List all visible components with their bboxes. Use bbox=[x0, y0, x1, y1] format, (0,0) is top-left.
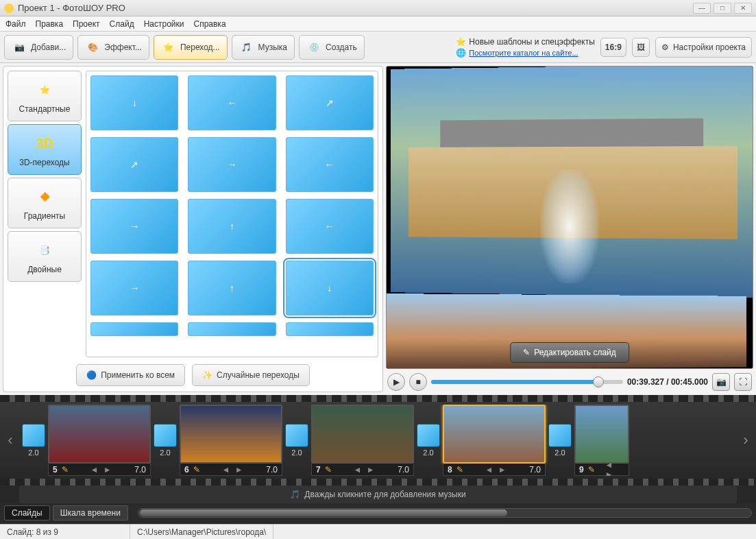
music-note-icon: 🎵 bbox=[290, 490, 300, 499]
menu-slide[interactable]: Слайд bbox=[110, 19, 134, 29]
category-double-label: Двойные bbox=[27, 265, 62, 274]
slide-duration: 7.0 bbox=[134, 465, 146, 475]
star-icon: ⭐ bbox=[161, 40, 176, 55]
transition-chip[interactable]: 2.0 bbox=[285, 424, 308, 457]
tab-transitions-label: Переход... bbox=[180, 43, 220, 52]
transition-chip[interactable]: 2.0 bbox=[548, 424, 572, 457]
tab-slides-view[interactable]: Слайды bbox=[4, 505, 50, 520]
minimize-button[interactable]: — bbox=[693, 3, 711, 14]
slide-card[interactable]: 7✎◄ ►7.0 bbox=[311, 405, 414, 476]
transition-thumb[interactable]: ↗ bbox=[90, 137, 178, 192]
tab-add[interactable]: 📷Добави... bbox=[4, 35, 73, 60]
transition-thumb[interactable]: ↓ bbox=[90, 75, 178, 130]
slide-card[interactable]: 6✎◄ ►7.0 bbox=[180, 405, 282, 476]
pencil-icon[interactable]: ✎ bbox=[62, 465, 69, 475]
statusbar: Слайд: 8 из 9 C:\Users\Manager\Pictures\… bbox=[0, 524, 756, 539]
transition-thumb[interactable]: → bbox=[90, 261, 178, 315]
transition-thumb[interactable] bbox=[188, 322, 276, 336]
transition-thumb[interactable]: ↑ bbox=[188, 261, 276, 315]
menu-edit[interactable]: Правка bbox=[36, 19, 64, 29]
transition-thumb[interactable]: → bbox=[90, 199, 178, 254]
edit-slide-button[interactable]: ✎Редактировать слайд bbox=[510, 342, 629, 363]
slide-nav-icons[interactable]: ◄ ► bbox=[599, 460, 620, 477]
preview-image-top bbox=[391, 66, 753, 298]
menu-help[interactable]: Справка bbox=[193, 19, 225, 29]
transition-chip[interactable]: 2.0 bbox=[22, 424, 45, 457]
random-transitions-button[interactable]: ✨Случайные переходы bbox=[192, 364, 310, 386]
pencil-icon[interactable]: ✎ bbox=[588, 465, 595, 475]
tab-effects[interactable]: 🎨Эффект... bbox=[77, 35, 149, 60]
apply-all-button[interactable]: 🔵Применить ко всем bbox=[76, 364, 185, 386]
transition-thumb[interactable]: → bbox=[188, 137, 276, 192]
tab-create[interactable]: 💿Создать bbox=[299, 35, 365, 60]
snapshot-button[interactable]: 📷 bbox=[712, 373, 730, 391]
transition-list[interactable]: ↓ ← ↗ ↗ → ← → ↑ ← → ↑ ↓ bbox=[86, 71, 378, 357]
slide-thumbnail bbox=[311, 405, 414, 464]
music-track[interactable]: 🎵Дважды кликните для добавления музыки bbox=[19, 486, 737, 503]
transition-chip[interactable]: 2.0 bbox=[154, 424, 177, 457]
background-button[interactable]: 🖼 bbox=[632, 38, 650, 57]
aspect-ratio-button[interactable]: 16:9 bbox=[600, 38, 626, 57]
transition-duration: 2.0 bbox=[423, 448, 433, 457]
transition-thumb-selected[interactable]: ↓ bbox=[286, 261, 374, 315]
transition-duration: 2.0 bbox=[28, 448, 38, 457]
music-icon: 🎵 bbox=[239, 40, 254, 55]
timeline-prev-button[interactable]: ‹ bbox=[3, 409, 18, 471]
transition-thumb[interactable] bbox=[286, 322, 374, 336]
category-gradients[interactable]: 🔶Градиенты bbox=[8, 178, 82, 228]
slide-nav-icons[interactable]: ◄ ► bbox=[336, 465, 394, 475]
slide-row: 2.05✎◄ ►7.02.06✎◄ ►7.02.07✎◄ ►7.02.08✎◄ … bbox=[21, 405, 735, 476]
maximize-button[interactable]: □ bbox=[714, 3, 731, 14]
timeline-scroll-handle[interactable] bbox=[140, 510, 507, 516]
slide-nav-icons[interactable]: ◄ ► bbox=[73, 465, 131, 475]
menu-project[interactable]: Проект bbox=[73, 19, 100, 29]
progress-slider[interactable] bbox=[431, 380, 623, 384]
progress-handle[interactable] bbox=[593, 376, 604, 387]
transition-thumb[interactable]: ↑ bbox=[188, 199, 276, 254]
tab-music[interactable]: 🎵Музыка bbox=[232, 35, 295, 60]
image-icon: 🖼 bbox=[637, 43, 645, 52]
time-display: 00:39.327 / 00:45.000 bbox=[627, 377, 708, 387]
pencil-icon[interactable]: ✎ bbox=[456, 465, 463, 475]
tab-timeline-view[interactable]: Шкала времени bbox=[53, 505, 128, 520]
timeline-scrollbar[interactable] bbox=[138, 508, 752, 518]
music-hint: Дважды кликните для добавления музыки bbox=[304, 490, 465, 499]
project-settings-button[interactable]: ⚙Настройки проекта bbox=[655, 37, 752, 58]
slide-card[interactable]: 8✎◄ ►7.0 bbox=[443, 405, 546, 476]
fullscreen-button[interactable]: ⛶ bbox=[734, 373, 752, 391]
transition-thumb[interactable]: ← bbox=[286, 137, 374, 192]
tab-transitions[interactable]: ⭐Переход... bbox=[154, 35, 228, 60]
wand-icon: ✨ bbox=[202, 370, 212, 380]
transition-duration: 2.0 bbox=[291, 448, 302, 457]
stop-button[interactable]: ■ bbox=[409, 373, 427, 391]
catalog-link[interactable]: Посмотрите каталог на сайте... bbox=[469, 49, 578, 57]
globe-blue-icon: 🔵 bbox=[86, 370, 97, 380]
pencil-icon[interactable]: ✎ bbox=[325, 465, 332, 475]
transition-chip[interactable]: 2.0 bbox=[417, 424, 440, 457]
category-3d[interactable]: 3D3D-переходы bbox=[8, 124, 82, 175]
transition-thumb[interactable] bbox=[90, 322, 178, 336]
transition-thumb[interactable]: ↗ bbox=[286, 75, 374, 130]
transition-thumb[interactable]: ← bbox=[188, 75, 276, 130]
slide-number: 8 bbox=[448, 465, 452, 475]
slide-card[interactable]: 5✎◄ ►7.0 bbox=[48, 405, 151, 476]
slide-info-bar: 9✎◄ ► bbox=[574, 464, 629, 476]
menu-file[interactable]: Файл bbox=[5, 19, 26, 29]
play-button[interactable]: ▶ bbox=[387, 373, 405, 391]
tab-create-label: Создать bbox=[326, 43, 357, 52]
slide-nav-icons[interactable]: ◄ ► bbox=[467, 465, 526, 475]
category-double[interactable]: 📑Двойные bbox=[8, 231, 82, 282]
transition-chip-thumb bbox=[285, 424, 308, 447]
close-button[interactable]: ✕ bbox=[734, 3, 752, 14]
menu-settings[interactable]: Настройки bbox=[144, 19, 184, 29]
slide-nav-icons[interactable]: ◄ ► bbox=[204, 465, 263, 475]
app-icon bbox=[4, 3, 14, 13]
slide-card[interactable]: 9✎◄ ► bbox=[574, 405, 629, 476]
category-standard[interactable]: ⭐Стандартные bbox=[8, 71, 82, 121]
timeline-next-button[interactable]: › bbox=[738, 409, 753, 471]
slide-thumbnail bbox=[180, 405, 282, 464]
timeline: ‹ 2.05✎◄ ►7.02.06✎◄ ►7.02.07✎◄ ►7.02.08✎… bbox=[0, 395, 756, 524]
3d-icon: 3D bbox=[33, 132, 56, 155]
transition-thumb[interactable]: ← bbox=[286, 199, 374, 254]
pencil-icon[interactable]: ✎ bbox=[193, 465, 200, 475]
